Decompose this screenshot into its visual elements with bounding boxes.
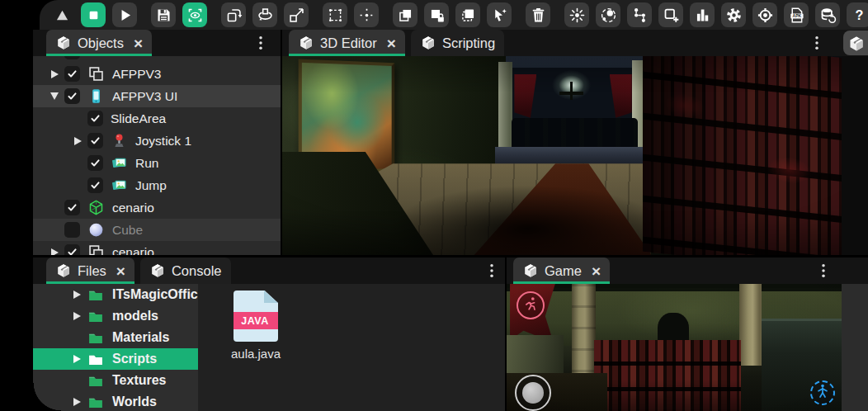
orbit-view-button[interactable]	[596, 2, 620, 27]
game-scene-vignette	[507, 284, 842, 411]
game-menu-kebab-icon[interactable]	[815, 262, 832, 280]
close-icon[interactable]: ×	[592, 263, 601, 279]
java-badge: JAVA	[228, 312, 282, 329]
expand-slot[interactable]	[45, 70, 64, 78]
expand-slot[interactable]	[66, 355, 87, 363]
collapse-arrow-icon[interactable]	[50, 92, 59, 100]
help-button[interactable]: ?	[847, 2, 868, 27]
build-settings-button[interactable]	[752, 2, 777, 27]
stop-button[interactable]	[81, 2, 106, 27]
bars-icon	[694, 7, 711, 24]
object-row-slidearea[interactable]: SlideArea	[33, 107, 281, 130]
folder-label: Textures	[112, 373, 167, 388]
expand-arrow-icon[interactable]	[73, 355, 81, 363]
files-body: ITsMagicOfficiamodelsMaterialsScriptsTex…	[33, 284, 505, 411]
collapse-toolbar-button[interactable]	[50, 2, 74, 27]
duplicate-layer-button[interactable]	[455, 2, 480, 27]
lock-layer-button[interactable]	[424, 2, 449, 27]
object-row-jump[interactable]: Jump	[33, 174, 281, 196]
object-row-run[interactable]: Run	[33, 152, 281, 174]
marquee-select-button[interactable]	[323, 2, 347, 27]
visibility-checkbox[interactable]	[64, 200, 80, 215]
tab-scripting[interactable]: Scripting	[411, 30, 504, 56]
object-row-cenario[interactable]: cenario	[33, 196, 281, 219]
folder-row-textures[interactable]: Textures	[33, 370, 198, 391]
expand-arrow-icon[interactable]	[73, 398, 81, 406]
joystick-knob[interactable]	[522, 382, 544, 404]
folder-row-worlds[interactable]: Worlds	[33, 391, 198, 411]
close-icon[interactable]: ×	[116, 263, 125, 279]
object-row-cenario[interactable]: cenario	[33, 241, 281, 255]
expand-arrow-icon[interactable]	[51, 70, 59, 78]
move-tool-button[interactable]	[221, 2, 246, 27]
expand-slot[interactable]	[66, 291, 87, 299]
expand-arrow-icon[interactable]	[74, 137, 82, 145]
visibility-checkbox[interactable]	[64, 222, 80, 238]
visibility-checkbox[interactable]	[87, 155, 103, 171]
pointer-mode-button[interactable]	[487, 2, 512, 27]
visibility-checkbox[interactable]	[64, 88, 80, 104]
add-panel-cube-button[interactable]	[843, 31, 868, 55]
profiler-button[interactable]	[690, 2, 715, 27]
expand-arrow-icon[interactable]	[73, 312, 81, 320]
3d-editor-viewport[interactable]	[282, 56, 842, 255]
folder-row-models[interactable]: models	[33, 305, 198, 327]
visibility-checkbox[interactable]	[64, 66, 80, 82]
game-joystick[interactable]	[515, 375, 551, 411]
object-row-cube[interactable]: Cube	[33, 219, 281, 241]
save-button[interactable]	[151, 2, 176, 27]
expand-slot[interactable]	[66, 398, 87, 406]
folder-icon	[87, 288, 104, 302]
folder-row-itsmagicofficia[interactable]: ITsMagicOfficia	[33, 284, 198, 305]
files-content[interactable]: JAVA aula.java	[198, 284, 505, 411]
game-viewport[interactable]	[507, 284, 842, 411]
visibility-checkbox[interactable]	[87, 111, 103, 126]
expand-slot[interactable]	[68, 137, 87, 145]
expand-arrow-icon[interactable]	[73, 291, 81, 299]
editor-menu-kebab-icon[interactable]	[809, 34, 825, 52]
accessibility-button[interactable]	[810, 380, 835, 405]
expand-slot[interactable]	[45, 92, 64, 100]
object-row-afppv3-ui[interactable]: AFPPV3 UI	[33, 85, 281, 107]
expand-slot[interactable]	[66, 312, 87, 320]
pivot-center-button[interactable]	[354, 2, 379, 27]
tab-objects[interactable]: Objects ×	[46, 30, 152, 56]
expand-arrow-icon[interactable]	[51, 248, 59, 256]
close-icon[interactable]: ×	[134, 35, 143, 51]
folder-row-scripts[interactable]: Scripts	[33, 348, 198, 370]
visibility-checkbox[interactable]	[64, 56, 80, 59]
project-data-button[interactable]	[815, 2, 840, 27]
object-label: cenario	[112, 245, 154, 256]
scale-tool-button[interactable]	[284, 2, 309, 27]
expand-slot[interactable]	[45, 248, 64, 256]
file-item-aula-java[interactable]: JAVA aula.java	[224, 291, 287, 361]
folder-row-materials[interactable]: Materials	[33, 327, 198, 348]
tab-files[interactable]: Files ×	[46, 257, 134, 284]
file-name: aula.java	[224, 347, 287, 361]
settings-button[interactable]	[721, 2, 746, 27]
tab-3d-editor[interactable]: 3D Editor ×	[289, 30, 405, 56]
files-menu-kebab-icon[interactable]	[484, 262, 500, 280]
close-icon[interactable]: ×	[387, 35, 396, 51]
tab-game[interactable]: Game ×	[513, 257, 610, 284]
objects-menu-kebab-icon[interactable]	[252, 34, 269, 52]
folder-label: ITsMagicOfficia	[112, 287, 198, 302]
add-object-button[interactable]	[658, 2, 683, 27]
object-row-joystick-1[interactable]: Joystick 1	[33, 130, 281, 152]
game-run-button[interactable]	[517, 291, 545, 319]
play-button[interactable]	[112, 2, 137, 27]
object-label: Joystick 1	[135, 134, 191, 149]
bring-to-front-button[interactable]	[393, 2, 417, 27]
visibility-checkbox[interactable]	[87, 177, 103, 193]
export-apk-button[interactable]: APK	[784, 2, 809, 27]
visibility-checkbox[interactable]	[64, 244, 80, 255]
scene-view-button[interactable]	[182, 2, 207, 27]
object-row-afppv3[interactable]: AFPPV3	[33, 63, 281, 85]
object-row-partial[interactable]	[33, 56, 281, 63]
lighting-button[interactable]	[564, 2, 589, 27]
delete-button[interactable]	[526, 2, 550, 27]
tab-console[interactable]: Console	[140, 257, 231, 284]
node-graph-button[interactable]	[627, 2, 652, 27]
visibility-checkbox[interactable]	[87, 133, 103, 149]
rotate-tool-button[interactable]	[252, 2, 277, 27]
